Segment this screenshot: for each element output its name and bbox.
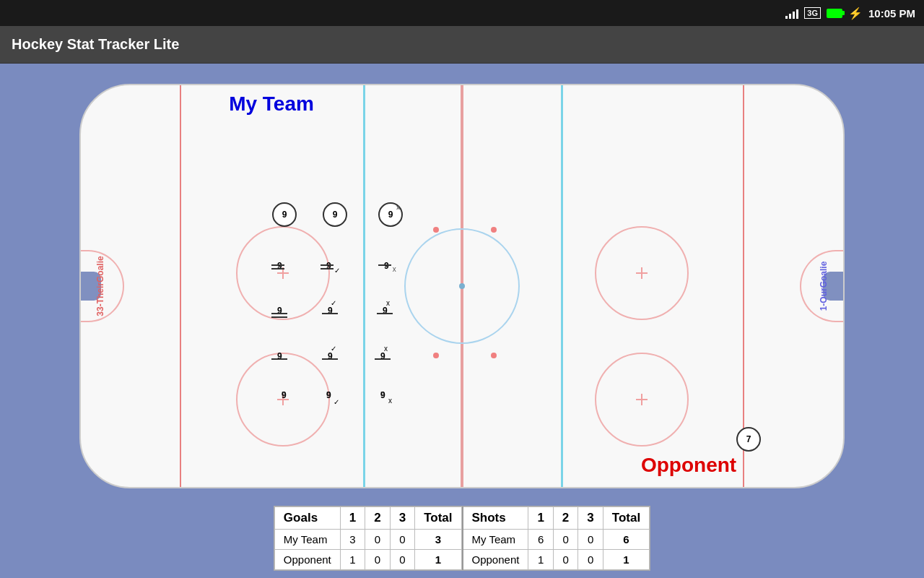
- shots-col2-header: 2: [553, 507, 578, 530]
- scoreboard: Goals 1 2 3 Total My Team 3 0 0 3 Oppone…: [274, 506, 650, 571]
- faceoff-dot-2: [491, 227, 497, 233]
- goals-myteam-1: 3: [340, 530, 365, 550]
- player-group-14[interactable]: 9 P ✓: [326, 390, 331, 403]
- player-circle-2[interactable]: 9: [323, 202, 347, 227]
- shots-opp-1: 1: [528, 550, 553, 570]
- status-bar: 3G ⚡ 10:05 PM: [0, 0, 924, 26]
- shots-col1-header: 1: [528, 507, 553, 530]
- center-dot: [459, 283, 465, 289]
- shots-myteam-total: 6: [603, 530, 649, 550]
- shots-table: Shots 1 2 3 Total My Team 6 0 0 6 Oppone…: [462, 506, 650, 570]
- shots-opp-label: Opponent: [463, 550, 528, 570]
- shots-opp-3: 0: [578, 550, 603, 570]
- player-circle-1[interactable]: 9: [272, 202, 297, 227]
- goals-myteam-label: My Team: [274, 530, 340, 550]
- opponent-label: Opponent: [641, 454, 736, 477]
- our-goalie-label: 1-OurGoalie: [819, 262, 829, 311]
- player-group-13[interactable]: 9 P: [282, 390, 286, 403]
- goals-col1-header: 1: [340, 507, 365, 530]
- goals-col2-header: 2: [365, 507, 390, 530]
- goals-myteam-2: 0: [365, 530, 390, 550]
- app-title: Hockey Stat Tracker Lite: [12, 36, 179, 53]
- goals-opp-total: 1: [415, 550, 461, 570]
- battery-icon: [827, 9, 842, 18]
- my-team-label: My Team: [229, 92, 314, 116]
- faceoff-dot-3: [433, 353, 439, 358]
- goals-opp-1: 1: [340, 550, 365, 570]
- shots-myteam-2: 0: [553, 530, 578, 550]
- title-bar: Hockey Stat Tracker Lite: [0, 26, 924, 64]
- shots-myteam-1: 6: [528, 530, 553, 550]
- goals-myteam-3: 0: [390, 530, 414, 550]
- hockey-rink: 33-TheirGoalie 1-OurGoalie My Team Oppon…: [79, 84, 845, 488]
- player-group-15[interactable]: 9 P x: [380, 390, 385, 403]
- shots-myteam-label: My Team: [463, 530, 528, 550]
- player-group-4[interactable]: 9: [277, 259, 282, 272]
- player-circle-7[interactable]: 7: [736, 427, 761, 452]
- shots-opp-2: 0: [553, 550, 578, 570]
- faceoff-dot-4: [491, 353, 497, 358]
- goals-header: Goals: [274, 507, 340, 530]
- goals-table: Goals 1 2 3 Total My Team 3 0 0 3 Oppone…: [274, 506, 462, 570]
- time-display: 10:05 PM: [868, 7, 915, 20]
- network-icon: 3G: [804, 7, 821, 19]
- shots-col3-header: 3: [578, 507, 603, 530]
- center-circle: [404, 228, 520, 344]
- faceoff-circle-br: [595, 353, 689, 447]
- red-line-right: [743, 85, 744, 487]
- charging-icon: ⚡: [848, 7, 863, 20]
- shots-opp-total: 1: [603, 550, 649, 570]
- shots-total-header: Total: [603, 507, 649, 530]
- main-content: 33-TheirGoalie 1-OurGoalie My Team Oppon…: [0, 64, 924, 578]
- goals-col3-header: 3: [390, 507, 414, 530]
- their-goalie-label: 33-TheirGoalie: [95, 256, 105, 316]
- player-circle-3[interactable]: 9 x: [378, 202, 403, 227]
- blue-line-left: [363, 85, 365, 487]
- signal-icon: [785, 7, 798, 19]
- faceoff-dot-1: [433, 227, 439, 233]
- blue-line-right: [561, 85, 563, 487]
- goals-opp-2: 0: [365, 550, 390, 570]
- shots-myteam-3: 0: [578, 530, 603, 550]
- goals-myteam-total: 3: [415, 530, 461, 550]
- player-group-5[interactable]: 9 ✓: [326, 259, 331, 272]
- faceoff-circle-tr: [595, 226, 689, 320]
- faceoff-circle-tl: [236, 226, 330, 320]
- goals-total-header: Total: [415, 507, 461, 530]
- goals-opp-label: Opponent: [274, 550, 340, 570]
- shots-header: Shots: [463, 507, 528, 530]
- rink-container: 33-TheirGoalie 1-OurGoalie My Team Oppon…: [7, 74, 917, 499]
- red-line-left: [180, 85, 181, 487]
- goals-opp-3: 0: [390, 550, 414, 570]
- player-group-6[interactable]: 9 x: [384, 259, 389, 272]
